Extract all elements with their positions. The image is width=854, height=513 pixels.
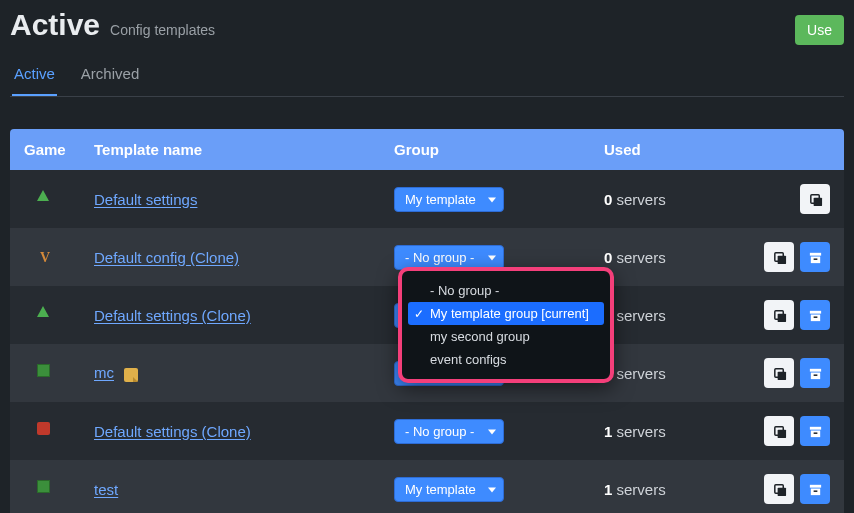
clone-button[interactable]: [764, 474, 794, 504]
col-used: Used: [590, 129, 720, 170]
archive-button[interactable]: [800, 242, 830, 272]
template-link[interactable]: test: [94, 481, 118, 498]
tab-active[interactable]: Active: [12, 55, 57, 96]
page-title: Active: [10, 8, 100, 42]
clone-button[interactable]: [800, 184, 830, 214]
game-valheim-icon: V: [37, 250, 53, 266]
tabs: Active Archived: [10, 55, 844, 97]
clone-button[interactable]: [764, 416, 794, 446]
use-button[interactable]: Use: [795, 15, 844, 45]
group-select[interactable]: My template: [394, 187, 504, 212]
col-game: Game: [10, 129, 80, 170]
table-row: Default settingsMy template0 servers: [10, 170, 844, 228]
group-dropdown-item[interactable]: my second group: [408, 325, 604, 348]
used-count: 1 servers: [604, 481, 666, 498]
template-link[interactable]: Default settings (Clone): [94, 307, 251, 324]
note-icon: [124, 368, 138, 382]
table-row: testMy template1 servers: [10, 460, 844, 513]
game-rust-icon: [37, 422, 53, 438]
tab-archived[interactable]: Archived: [79, 55, 141, 96]
archive-button[interactable]: [800, 358, 830, 388]
group-select[interactable]: - No group -: [394, 245, 504, 270]
used-count: 1 servers: [604, 423, 666, 440]
page-subtitle: Config templates: [110, 22, 215, 38]
used-count: 0 servers: [604, 191, 666, 208]
archive-button[interactable]: [800, 474, 830, 504]
game-ark-icon: [37, 306, 53, 322]
template-link[interactable]: mc: [94, 364, 114, 381]
archive-button[interactable]: [800, 416, 830, 446]
group-dropdown-item[interactable]: - No group -: [408, 279, 604, 302]
game-ark-icon: [37, 190, 53, 206]
col-actions: [720, 129, 844, 170]
group-select[interactable]: - No group -: [394, 419, 504, 444]
clone-button[interactable]: [764, 358, 794, 388]
clone-button[interactable]: [764, 242, 794, 272]
template-link[interactable]: Default settings: [94, 191, 197, 208]
game-minecraft-icon: [37, 364, 53, 380]
col-name: Template name: [80, 129, 380, 170]
template-link[interactable]: Default config (Clone): [94, 249, 239, 266]
used-count: 0 servers: [604, 249, 666, 266]
clone-button[interactable]: [764, 300, 794, 330]
archive-button[interactable]: [800, 300, 830, 330]
col-group: Group: [380, 129, 590, 170]
game-minecraft-icon: [37, 480, 53, 496]
table-row: Default settings (Clone)- No group -1 se…: [10, 402, 844, 460]
group-dropdown-item[interactable]: My template group [current]: [408, 302, 604, 325]
group-dropdown-item[interactable]: event configs: [408, 348, 604, 371]
group-select[interactable]: My template: [394, 477, 504, 502]
template-link[interactable]: Default settings (Clone): [94, 423, 251, 440]
group-dropdown-panel[interactable]: - No group -My template group [current]m…: [398, 267, 614, 383]
